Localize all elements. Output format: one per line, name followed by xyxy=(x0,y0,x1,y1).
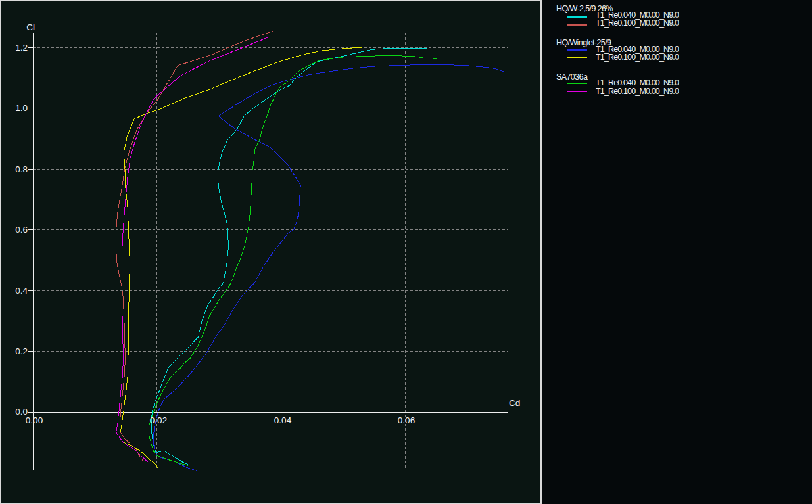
svg-text:0.4: 0.4 xyxy=(15,286,28,296)
svg-text:0.02: 0.02 xyxy=(150,415,167,425)
svg-text:1.2: 1.2 xyxy=(15,43,28,53)
svg-text:Cl: Cl xyxy=(26,22,35,32)
svg-text:1.0: 1.0 xyxy=(15,103,28,113)
svg-text:0.04: 0.04 xyxy=(274,415,292,425)
svg-text:0.6: 0.6 xyxy=(15,225,28,235)
svg-text:0.06: 0.06 xyxy=(398,415,415,425)
svg-text:0.2: 0.2 xyxy=(15,346,28,356)
svg-text:0.8: 0.8 xyxy=(15,164,28,174)
svg-text:0.00: 0.00 xyxy=(26,415,43,425)
svg-text:Cd: Cd xyxy=(509,398,520,408)
